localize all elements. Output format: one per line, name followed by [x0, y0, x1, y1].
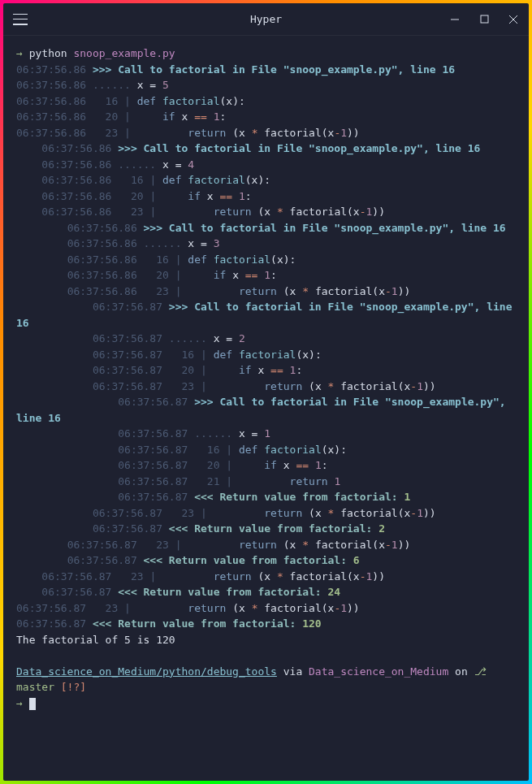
trace-var: 06:37:56.87 ...... x = 2 [16, 331, 516, 347]
trace-code: 06:37:56.86 20 | if x == 1: [16, 109, 516, 125]
trace-code: 06:37:56.87 20 | if x == 1: [16, 362, 516, 379]
menu-icon[interactable] [13, 14, 28, 25]
svg-rect-1 [481, 15, 488, 23]
trace-return: 06:37:56.87 <<< Return value from factor… [16, 552, 516, 569]
trace-call: 06:37:56.87 >>> Call to factorial in Fil… [16, 394, 516, 426]
terminal-window: Hyper → python snoop_example.py06:37:56.… [3, 3, 529, 781]
trace-code: 06:37:56.86 16 | def factorial(x): [16, 172, 516, 188]
trace-code: 06:37:56.86 16 | def factorial(x): [16, 252, 516, 268]
trace-call: 06:37:56.86 >>> Call to factorial in Fil… [16, 62, 516, 78]
trace-call: 06:37:56.87 >>> Call to factorial in Fil… [16, 299, 516, 331]
trace-code: 06:37:56.87 23 | return (x * factorial(x… [16, 505, 516, 522]
blank-line [16, 648, 516, 664]
trace-code: 06:37:56.87 23 | return (x * factorial(x… [16, 600, 516, 617]
trace-code: 06:37:56.87 23 | return (x * factorial(x… [16, 537, 516, 553]
cursor-icon [29, 698, 36, 710]
trace-code: 06:37:56.86 23 | return (x * factorial(x… [16, 204, 516, 220]
trace-code: 06:37:56.87 21 | return 1 [16, 474, 516, 490]
close-button[interactable] [508, 14, 519, 25]
prompt-ready[interactable]: → [16, 695, 516, 712]
trace-var: 06:37:56.86 ...... x = 5 [16, 77, 516, 93]
trace-var: 06:37:56.86 ...... x = 4 [16, 157, 516, 173]
minimize-button[interactable] [449, 14, 461, 25]
trace-var: 06:37:56.86 ...... x = 3 [16, 236, 516, 252]
trace-var: 06:37:56.87 ...... x = 1 [16, 426, 516, 442]
terminal-body[interactable]: → python snoop_example.py06:37:56.86 >>>… [3, 36, 529, 781]
trace-return: 06:37:56.87 <<< Return value from factor… [16, 521, 516, 537]
trace-call: 06:37:56.86 >>> Call to factorial in Fil… [16, 220, 516, 236]
ps1-branch: master [!?] [16, 679, 516, 695]
trace-code: 06:37:56.86 23 | return (x * factorial(x… [16, 125, 516, 141]
trace-return: 06:37:56.87 <<< Return value from factor… [16, 584, 516, 600]
trace-call: 06:37:56.86 >>> Call to factorial in Fil… [16, 141, 516, 157]
trace-code: 06:37:56.87 23 | return (x * factorial(x… [16, 379, 516, 395]
maximize-button[interactable] [478, 14, 490, 25]
trace-code: 06:37:56.87 16 | def factorial(x): [16, 347, 516, 363]
trace-code: 06:37:56.87 23 | return (x * factorial(x… [16, 569, 516, 585]
titlebar: Hyper [3, 3, 529, 36]
trace-code: 06:37:56.86 23 | return (x * factorial(x… [16, 284, 516, 300]
ps1-line: Data_science_on_Medium/python/debug_tool… [16, 664, 516, 680]
program-output: The factorial of 5 is 120 [16, 632, 516, 648]
trace-code: 06:37:56.87 16 | def factorial(x): [16, 442, 516, 458]
trace-code: 06:37:56.86 16 | def factorial(x): [16, 93, 516, 110]
trace-code: 06:37:56.86 20 | if x == 1: [16, 188, 516, 205]
window-title: Hyper [250, 13, 282, 25]
prompt-line: → python snoop_example.py [16, 45, 516, 62]
trace-code: 06:37:56.86 20 | if x == 1: [16, 267, 516, 284]
trace-code: 06:37:56.87 20 | if x == 1: [16, 457, 516, 474]
trace-return: 06:37:56.87 <<< Return value from factor… [16, 616, 516, 632]
window-controls [449, 14, 519, 25]
trace-return: 06:37:56.87 <<< Return value from factor… [16, 489, 516, 505]
